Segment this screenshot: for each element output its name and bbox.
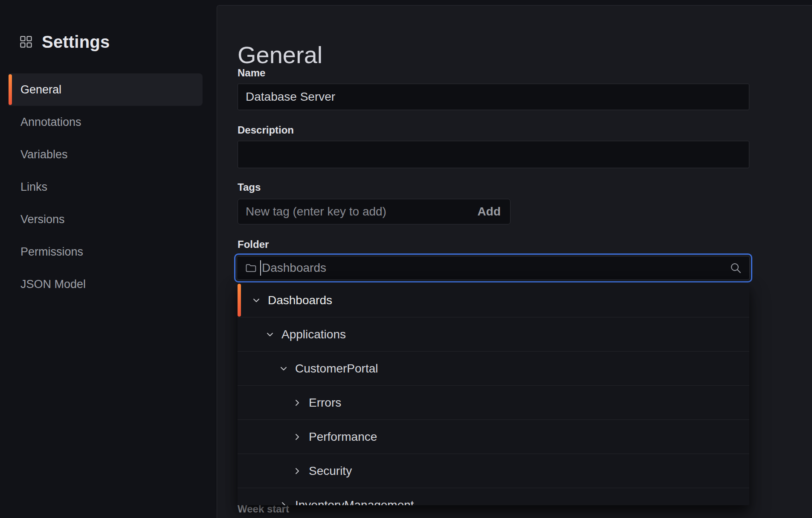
settings-nav: GeneralAnnotationsVariablesLinksVersions… [9, 73, 203, 300]
folder-tree-item-errors[interactable]: Errors [238, 386, 749, 420]
folder-tree-item-security[interactable]: Security [238, 454, 749, 488]
settings-title: Settings [42, 32, 110, 52]
text-caret [260, 260, 261, 276]
folder-tree-item-performance[interactable]: Performance [238, 420, 749, 454]
sidebar-item-label: Links [20, 180, 47, 194]
folder-tree-item-label: InventoryManagement [295, 498, 414, 505]
sidebar-item-label: Variables [20, 148, 68, 161]
name-label: Name [238, 67, 265, 79]
sidebar-item-versions[interactable]: Versions [9, 203, 203, 236]
sidebar-item-general[interactable]: General [9, 73, 203, 106]
selected-item-indicator [238, 284, 241, 317]
chevron-right-icon[interactable] [293, 398, 302, 407]
sidebar-item-json-model[interactable]: JSON Model [9, 268, 203, 300]
folder-tree-item-label: Dashboards [268, 294, 332, 307]
tags-label: Tags [238, 181, 261, 194]
folder-label: Folder [238, 238, 269, 251]
description-label: Description [238, 124, 294, 137]
sidebar-item-permissions[interactable]: Permissions [9, 236, 203, 268]
sidebar-item-annotations[interactable]: Annotations [9, 106, 203, 138]
tags-field: Add [238, 199, 510, 224]
folder-combobox-focus-ring: Dashboards [234, 253, 752, 282]
folder-value: Dashboards [262, 261, 730, 275]
active-item-indicator [9, 74, 12, 105]
sidebar-item-variables[interactable]: Variables [9, 138, 203, 171]
folder-tree-item-label: Security [309, 464, 352, 478]
page-title: General [238, 41, 322, 69]
chevron-right-icon[interactable] [293, 466, 302, 476]
folder-tree-item-label: CustomerPortal [295, 362, 378, 375]
folder-icon [245, 262, 257, 274]
apps-grid-icon [20, 35, 32, 48]
add-tag-button[interactable]: Add [473, 205, 510, 218]
name-input[interactable] [238, 84, 749, 110]
folder-dropdown: DashboardsApplicationsCustomerPortalErro… [238, 283, 749, 505]
description-input[interactable] [238, 141, 749, 168]
sidebar-item-label: Annotations [20, 116, 81, 129]
chevron-right-icon[interactable] [279, 501, 288, 505]
folder-tree-item-label: Applications [281, 328, 346, 341]
sidebar-item-label: General [20, 83, 61, 96]
sidebar-item-label: Versions [20, 213, 65, 226]
sidebar-item-links[interactable]: Links [9, 171, 203, 203]
chevron-right-icon[interactable] [293, 432, 302, 442]
settings-header: Settings [20, 32, 110, 52]
search-icon [730, 262, 742, 274]
tag-input[interactable] [238, 205, 473, 218]
folder-tree-item-label: Performance [309, 430, 377, 444]
chevron-down-icon[interactable] [279, 364, 288, 373]
chevron-down-icon[interactable] [265, 330, 275, 339]
sidebar-item-label: JSON Model [20, 278, 86, 291]
folder-tree-item-applications[interactable]: Applications [238, 317, 749, 352]
folder-tree-item-inventorymanagement[interactable]: InventoryManagement [238, 488, 749, 505]
chevron-down-icon[interactable] [252, 296, 261, 305]
folder-tree-item-label: Errors [309, 396, 341, 410]
folder-tree-item-customerportal[interactable]: CustomerPortal [238, 352, 749, 386]
folder-tree-item-dashboards[interactable]: Dashboards [238, 283, 749, 317]
sidebar-item-label: Permissions [20, 245, 83, 259]
folder-combobox[interactable]: Dashboards [237, 256, 750, 280]
